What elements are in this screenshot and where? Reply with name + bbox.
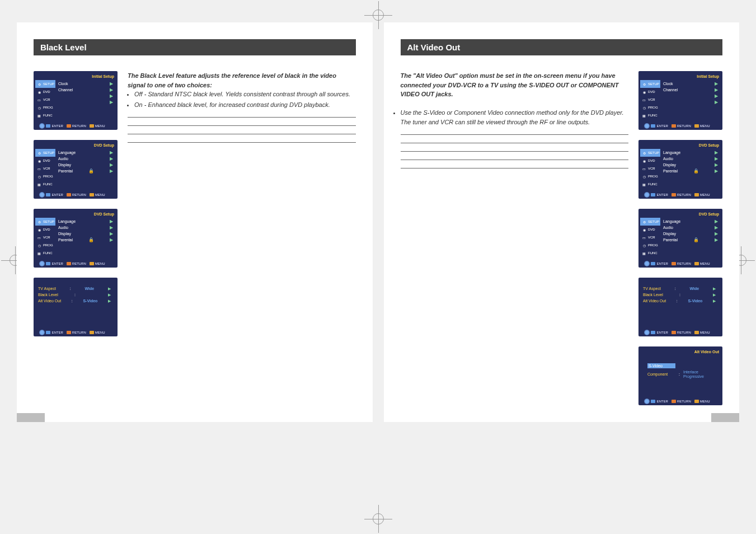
right-arrow-icon: ▶ xyxy=(110,87,113,92)
osd-initial-setup: Initial Setup ⚙SETUP ◉DVD ▭VCR ◷PROG ▦FU… xyxy=(34,71,118,130)
option-s-video: S-Video xyxy=(647,363,675,368)
osd-footer: ENTER RETURN MENU xyxy=(638,123,722,129)
altvideo-bullet: Use the S-Video or Component Video conne… xyxy=(401,108,629,127)
right-arrow-icon: ▶ xyxy=(110,81,113,86)
sb-vcr: ▭VCR xyxy=(35,96,55,104)
osd-dvd-setup-2: DVD Setup ⚙SETUP ◉DVD ▭VCR ◷PROG ▦FUNC L… xyxy=(34,209,118,268)
sb-dvd: ◉DVD xyxy=(640,226,660,233)
option-progressive: Progressive xyxy=(683,374,704,378)
sb-vcr: ▭VCR xyxy=(35,165,55,172)
sb-func: ▦FUNC xyxy=(35,249,55,257)
osd-footer: ENTER RETURN MENU xyxy=(638,399,722,404)
right-arrow-icon: ▶ xyxy=(713,287,716,291)
right-arrow-icon: ▶ xyxy=(715,231,718,236)
sb-func: ▦FUNC xyxy=(640,249,660,257)
right-arrow-icon: ▶ xyxy=(715,156,718,161)
black-level-intro: The Black Level feature adjusts the refe… xyxy=(128,71,356,90)
alt-video-out-list: S-Video Component : Interlace Progressiv… xyxy=(647,363,704,378)
sb-func: ▦FUNC xyxy=(35,180,55,188)
left-section-title: Black Level xyxy=(34,39,356,55)
right-arrow-icon: ▶ xyxy=(715,237,718,242)
right-arrow-icon: ▶ xyxy=(715,150,718,155)
sb-func: ▦FUNC xyxy=(640,111,660,119)
osd-initial-setup: Initial Setup ⚙SETUP ◉DVD ▭VCR ◷PROG ▦FU… xyxy=(638,71,722,130)
osd-title: Initial Setup xyxy=(92,74,114,78)
right-arrow-icon: ▶ xyxy=(110,168,113,174)
page-corner-box xyxy=(17,413,45,422)
two-page-spread: Black Level Initial Setup ⚙SETUP ◉DVD ▭V… xyxy=(0,0,756,444)
divider xyxy=(128,125,356,126)
osd-menu-list: Clock▶ Channel▶ ▶ ▶ xyxy=(663,81,718,105)
divider xyxy=(128,117,356,118)
divider xyxy=(401,168,629,168)
right-arrow-icon: ▶ xyxy=(715,100,718,105)
osd-title: DVD Setup xyxy=(699,212,719,216)
altvideo-intro: The "Alt Video Out" option must be set i… xyxy=(401,71,629,99)
sb-dvd: ◉DVD xyxy=(35,157,55,165)
option-on: On - Enhanced black level, for increased… xyxy=(134,100,356,110)
right-arrow-icon: ▶ xyxy=(110,231,113,236)
right-arrow-icon: ▶ xyxy=(715,225,718,230)
osd-title: DVD Setup xyxy=(94,212,114,216)
osd-menu-list: Language▶ Audio▶ Display▶ Parental🔒▶ xyxy=(663,219,718,242)
option-interlace: Interlace xyxy=(683,370,704,374)
osd-footer: ENTER RETURN MENU xyxy=(638,261,722,266)
right-section-title: Alt Video Out xyxy=(401,39,723,55)
sb-prog: ◷PROG xyxy=(35,104,55,111)
sb-vcr: ▭VCR xyxy=(35,233,55,241)
osd-dvd-setup-1: DVD Setup ⚙SETUP ◉DVD ▭VCR ◷PROG ▦FUNC L… xyxy=(34,140,118,199)
right-page: Alt Video Out The "Alt Video Out" option… xyxy=(384,22,740,422)
sb-vcr: ▭VCR xyxy=(640,233,660,241)
sb-setup: ⚙SETUP xyxy=(35,218,55,226)
sb-setup: ⚙SETUP xyxy=(35,80,55,88)
right-arrow-icon: ▶ xyxy=(713,299,716,303)
osd-menu-list: Language▶ Audio▶ Display▶ Parental🔒▶ xyxy=(58,150,113,174)
right-arrow-icon: ▶ xyxy=(110,100,113,105)
right-arrow-icon: ▶ xyxy=(108,287,111,291)
osd-menu-list: Language▶ Audio▶ Display▶ Parental🔒▶ xyxy=(663,150,718,174)
osd-footer: ENTER RETURN MENU xyxy=(638,330,722,335)
divider xyxy=(401,134,629,135)
display-submenu: TV Aspect:Wide▶ Black Level: ▶ Alt Video… xyxy=(38,287,111,303)
divider xyxy=(401,160,629,160)
lock-icon: 🔒 xyxy=(88,168,94,174)
sb-prog: ◷PROG xyxy=(35,172,55,180)
osd-dvd-setup-1: DVD Setup ⚙SETUP ◉DVD ▭VCR ◷PROG ▦FUNC L… xyxy=(638,140,722,199)
black-level-options: Off - Standard NTSC black level. Yields … xyxy=(134,90,356,109)
osd-footer: ENTER RETURN MENU xyxy=(34,261,118,266)
osd-menu-list: Clock▶ Channel▶ ▶ ▶ xyxy=(58,81,113,105)
page-corner-box xyxy=(711,413,739,422)
right-text-column: The "Alt Video Out" option must be set i… xyxy=(401,71,629,405)
osd-dvd-setup-2: DVD Setup ⚙SETUP ◉DVD ▭VCR ◷PROG ▦FUNC L… xyxy=(638,209,722,268)
right-arrow-icon: ▶ xyxy=(110,93,113,99)
divider xyxy=(128,142,356,143)
lock-icon: 🔒 xyxy=(693,237,699,242)
left-text-column: The Black Level feature adjusts the refe… xyxy=(128,71,356,336)
osd-sidebar: ⚙SETUP ◉DVD ▭VCR ◷PROG ▦FUNC xyxy=(640,149,660,188)
sb-prog: ◷PROG xyxy=(640,172,660,180)
osd-footer: ENTER RETURN MENU xyxy=(638,192,722,198)
option-off: Off - Standard NTSC black level. Yields … xyxy=(134,90,356,99)
sb-dvd: ◉DVD xyxy=(35,226,55,233)
osd-alt-video-out: Alt Video Out S-Video Component : Interl… xyxy=(638,346,722,405)
right-arrow-icon: ▶ xyxy=(715,87,718,92)
left-osd-column: Initial Setup ⚙SETUP ◉DVD ▭VCR ◷PROG ▦FU… xyxy=(34,71,118,336)
crop-mark-bottom xyxy=(364,505,392,533)
left-page: Black Level Initial Setup ⚙SETUP ◉DVD ▭V… xyxy=(17,22,373,422)
osd-sidebar: ⚙SETUP ◉DVD ▭VCR ◷PROG ▦FUNC xyxy=(35,80,55,119)
right-arrow-icon: ▶ xyxy=(108,299,111,303)
sb-setup: ⚙SETUP xyxy=(640,149,660,157)
sb-setup: ⚙SETUP xyxy=(640,80,660,88)
right-arrow-icon: ▶ xyxy=(108,293,111,297)
osd-display-menu: TV Aspect:Wide▶ Black Level: ▶ Alt Video… xyxy=(638,278,722,336)
osd-title: DVD Setup xyxy=(94,143,114,147)
right-arrow-icon: ▶ xyxy=(110,150,113,155)
option-component: Component xyxy=(647,372,675,376)
sb-prog: ◷PROG xyxy=(35,241,55,249)
sb-vcr: ▭VCR xyxy=(640,165,660,172)
right-arrow-icon: ▶ xyxy=(110,162,113,167)
osd-sidebar: ⚙SETUP ◉DVD ▭VCR ◷PROG ▦FUNC xyxy=(35,218,55,257)
lock-icon: 🔒 xyxy=(693,168,699,174)
right-arrow-icon: ▶ xyxy=(715,168,718,174)
osd-menu-list: Language▶ Audio▶ Display▶ Parental🔒▶ xyxy=(58,219,113,242)
